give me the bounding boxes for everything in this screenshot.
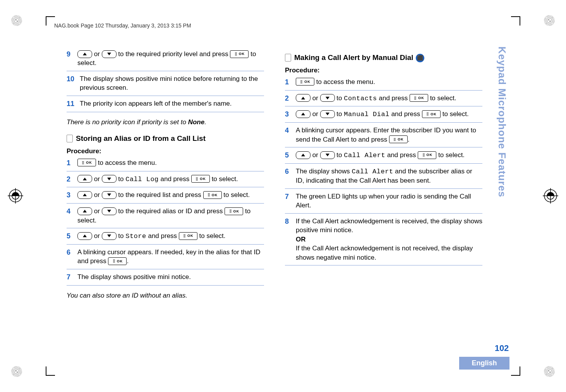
print-mark-tl: [11, 15, 22, 26]
step-number: 9: [67, 50, 77, 68]
section-title: Storing an Alias or ID from a Call List: [76, 134, 206, 144]
step-text: A blinking cursor appears. If needed, ke…: [77, 248, 264, 266]
step-number: 1: [285, 77, 296, 87]
note-text: There is no priority icon if priority is…: [67, 118, 264, 127]
proc-step-3: 3 or to Manual Dial and press OK to sele…: [285, 110, 482, 123]
step-text: The display shows Call Alert and the sub…: [296, 167, 482, 185]
ok-button-icon: OK: [410, 94, 428, 102]
step-text: The display shows positive mini notice b…: [80, 74, 264, 92]
step-10: 10 The display shows positive mini notic…: [67, 74, 264, 96]
step-text: A blinking cursor appears. Enter the sub…: [296, 126, 482, 144]
crop-mark-tr: [511, 16, 520, 26]
section-heading: Making a Call Alert by Manual Dial⬛: [285, 53, 482, 63]
proc-step-2: 2 or to Call Log and press OK to select.: [67, 175, 264, 188]
step-text: The priority icon appears left of the me…: [80, 99, 264, 109]
up-arrow-icon: [296, 110, 310, 118]
proc-step-7: 7 The green LED lights up when your radi…: [285, 192, 482, 214]
ok-button-icon: OK: [203, 191, 222, 199]
proc-step-7: 7 The display shows positive mini notice…: [67, 272, 264, 286]
ok-button-icon: OK: [108, 257, 127, 265]
ok-button-icon: OK: [77, 159, 96, 166]
down-arrow-icon: [102, 191, 117, 199]
step-number: 6: [67, 248, 77, 266]
ok-button-icon: OK: [230, 50, 249, 58]
proc-step-6: 6 The display shows Call Alert and the s…: [285, 167, 482, 189]
step-text: or to the required alias or ID and press…: [77, 207, 264, 225]
step-text: or to Store and press OK to select.: [77, 231, 264, 241]
proc-step-1: 1 OK to access the menu.: [67, 158, 264, 171]
step-number: 3: [67, 190, 77, 200]
page-number: 102: [494, 343, 509, 353]
step-text: OK to access the menu.: [77, 158, 264, 168]
step-number: 4: [285, 126, 296, 144]
left-column: 9 or to the required priority level and …: [67, 47, 264, 353]
step-number: 5: [285, 151, 296, 160]
up-arrow-icon: [296, 151, 310, 159]
step-9: 9 or to the required priority level and …: [67, 50, 264, 71]
registration-mark-left: [8, 188, 23, 204]
down-arrow-icon: [102, 207, 117, 215]
print-mark-tr: [544, 15, 555, 26]
step-number: 5: [67, 231, 77, 241]
proc-step-5: 5 or to Call Alert and press OK to selec…: [285, 151, 482, 164]
proc-step-5: 5 or to Store and press OK to select.: [67, 231, 264, 245]
step-text: The display shows positive mini notice.: [77, 272, 264, 282]
sidebar: Keypad Microphone Features: [494, 46, 509, 325]
down-arrow-icon: [102, 50, 117, 58]
step-number: 7: [67, 272, 77, 282]
step-number: 4: [67, 207, 77, 225]
ok-button-icon: OK: [179, 232, 197, 240]
proc-step-6: 6 A blinking cursor appears. If needed, …: [67, 248, 264, 269]
step-text: or to the required list and press OK to …: [77, 190, 264, 200]
down-arrow-icon: [102, 175, 117, 183]
up-arrow-icon: [77, 232, 92, 240]
proc-step-4: 4 A blinking cursor appears. Enter the s…: [285, 126, 482, 147]
crop-mark-bl: [46, 366, 55, 376]
down-arrow-icon: [320, 94, 335, 102]
down-arrow-icon: [320, 151, 335, 159]
section-icon: [67, 135, 73, 142]
section-title: Making a Call Alert by Manual Dial⬛: [294, 53, 424, 63]
section-icon: [285, 54, 291, 62]
section-heading: Storing an Alias or ID from a Call List: [67, 134, 264, 144]
step-number: 2: [67, 175, 77, 184]
up-arrow-icon: [77, 175, 92, 183]
sidebar-title: Keypad Microphone Features: [496, 46, 508, 197]
ok-button-icon: OK: [389, 135, 408, 143]
ok-button-icon: OK: [418, 151, 436, 159]
step-number: 11: [67, 99, 80, 109]
print-mark-br: [544, 366, 555, 377]
up-arrow-icon: [77, 207, 92, 215]
procedure-label: Procedure:: [285, 66, 482, 75]
down-arrow-icon: [320, 110, 335, 118]
step-text: OK to access the menu.: [296, 77, 482, 87]
step-number: 7: [285, 192, 296, 210]
ok-button-icon: OK: [225, 207, 243, 215]
registration-mark-right: [543, 188, 558, 204]
proc-step-4: 4 or to the required alias or ID and pre…: [67, 207, 264, 228]
step-text: or to Manual Dial and press OK to select…: [296, 110, 482, 119]
crop-mark-tl: [46, 16, 55, 26]
step-text: or to Contacts and press OK to select.: [296, 94, 482, 103]
step-text: or to the required priority level and pr…: [77, 50, 264, 68]
step-text: If the Call Alert acknowledgement is rec…: [296, 217, 482, 262]
step-text: or to Call Log and press OK to select.: [77, 175, 264, 184]
step-number: 2: [285, 94, 296, 103]
ok-button-icon: OK: [422, 110, 441, 118]
up-arrow-icon: [77, 191, 92, 199]
content-area: 9 or to the required priority level and …: [67, 47, 499, 353]
up-arrow-icon: [296, 94, 310, 102]
proc-step-2: 2 or to Contacts and press OK to select.: [285, 94, 482, 107]
step-number: 1: [67, 158, 77, 168]
manual-dial-icon: ⬛: [416, 54, 424, 62]
print-mark-bl: [11, 366, 22, 377]
step-number: 6: [285, 167, 296, 185]
right-column: Making a Call Alert by Manual Dial⬛ Proc…: [285, 47, 499, 353]
step-text: The green LED lights up when your radio …: [296, 192, 482, 210]
step-number: 3: [285, 110, 296, 119]
language-badge: English: [459, 357, 509, 370]
step-number: 10: [67, 74, 80, 92]
ok-button-icon: OK: [296, 78, 314, 86]
ok-button-icon: OK: [191, 175, 210, 183]
down-arrow-icon: [102, 232, 117, 240]
